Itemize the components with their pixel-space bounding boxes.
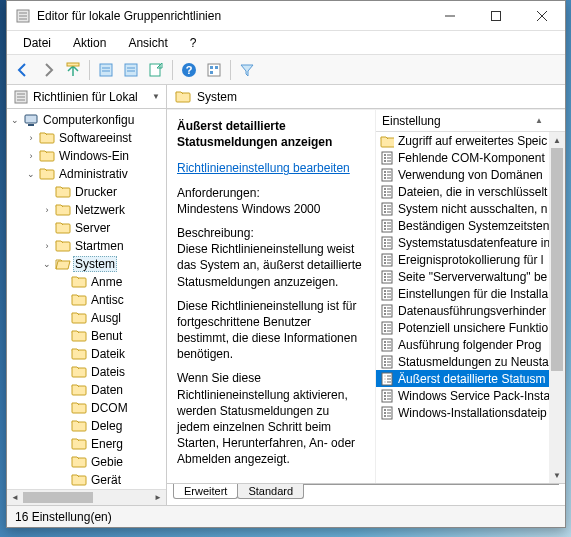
folder-icon: [380, 134, 394, 148]
list-item[interactable]: Windows-Installationsdateip: [376, 404, 549, 421]
expander-icon[interactable]: ⌄: [41, 259, 53, 269]
list-item[interactable]: Systemstatusdatenfeature in: [376, 234, 549, 251]
tree-item[interactable]: Gebie: [89, 455, 125, 469]
maximize-button[interactable]: [473, 1, 519, 30]
list-item[interactable]: Datenausführungsverhinder: [376, 302, 549, 319]
list-item[interactable]: Dateien, die in verschlüsselt: [376, 183, 549, 200]
list-item-label: Statusmeldungen zu Neusta: [398, 355, 549, 369]
list-column-label: Einstellung: [382, 114, 441, 128]
policy-icon: [380, 151, 394, 165]
scroll-left-icon[interactable]: ◄: [7, 490, 23, 505]
list-item[interactable]: Beständigen Systemzeitsten: [376, 217, 549, 234]
up-button[interactable]: [61, 58, 85, 82]
menu-help[interactable]: ?: [180, 34, 207, 52]
folder-icon: [71, 418, 87, 434]
tree-item[interactable]: Gerät: [89, 473, 123, 487]
forward-button[interactable]: [36, 58, 60, 82]
scroll-thumb[interactable]: [23, 492, 93, 503]
tree-header[interactable]: Richtlinien für Lokal ▼: [7, 85, 166, 109]
list-item[interactable]: System nicht ausschalten, n: [376, 200, 549, 217]
scroll-thumb[interactable]: [551, 148, 563, 371]
settings-list[interactable]: Zugriff auf erweitertes SpeicFehlende CO…: [376, 132, 549, 483]
tree-item[interactable]: Startmen: [73, 239, 126, 253]
tree-item[interactable]: Administrativ: [57, 167, 130, 181]
folder-icon: [71, 472, 87, 488]
list-item-label: Äußerst detaillierte Statusm: [398, 372, 545, 386]
properties-button[interactable]: [119, 58, 143, 82]
list-item[interactable]: Einstellungen für die Installa: [376, 285, 549, 302]
tree-item[interactable]: Energ: [89, 437, 125, 451]
tree-item[interactable]: Softwareeinst: [57, 131, 134, 145]
tree-item[interactable]: Anme: [89, 275, 124, 289]
close-button[interactable]: [519, 1, 565, 30]
list-item-label: Datenausführungsverhinder: [398, 304, 546, 318]
list-item-label: Einstellungen für die Installa: [398, 287, 548, 301]
list-item[interactable]: Ereignisprotokollierung für l: [376, 251, 549, 268]
edit-policy-link[interactable]: Richtlinieneinstellung bearbeiten: [177, 161, 350, 175]
expander-icon[interactable]: ⌄: [9, 115, 21, 125]
menu-view[interactable]: Ansicht: [118, 34, 177, 52]
tree-item[interactable]: Netzwerk: [73, 203, 127, 217]
policy-icon: [380, 287, 394, 301]
tab-standard[interactable]: Standard: [237, 484, 304, 499]
tree-item[interactable]: Benut: [89, 329, 124, 343]
list-vscrollbar[interactable]: ▲ ▼: [549, 132, 565, 483]
menu-file[interactable]: Datei: [13, 34, 61, 52]
tree-item[interactable]: Computerkonfigu: [41, 113, 136, 127]
expander-icon[interactable]: ›: [25, 151, 37, 161]
toolbar-sep: [89, 60, 90, 80]
list-item[interactable]: Statusmeldungen zu Neusta: [376, 353, 549, 370]
tree-item[interactable]: Deleg: [89, 419, 124, 433]
tree-item-selected[interactable]: System: [73, 256, 117, 272]
options-button[interactable]: [202, 58, 226, 82]
scroll-up-icon[interactable]: ▲: [549, 132, 565, 148]
folder-icon: [71, 436, 87, 452]
description-panel: Äußerst detaillierte Statusmeldungen anz…: [167, 110, 375, 483]
description-text-1: Diese Richtlinieneinstellung weist das S…: [177, 242, 362, 288]
minimize-button[interactable]: [427, 1, 473, 30]
menu-action[interactable]: Aktion: [63, 34, 116, 52]
list-item[interactable]: Zugriff auf erweitertes Speic: [376, 132, 549, 149]
tree-item[interactable]: Ausgl: [89, 311, 123, 325]
tree-item[interactable]: Drucker: [73, 185, 119, 199]
expander-icon[interactable]: ›: [41, 241, 53, 251]
show-hide-tree-button[interactable]: [94, 58, 118, 82]
tree-item[interactable]: Dateis: [89, 365, 127, 379]
tree-item[interactable]: Daten: [89, 383, 125, 397]
tree-item[interactable]: DCOM: [89, 401, 130, 415]
list-column-header[interactable]: Einstellung ▲: [376, 110, 565, 132]
filter-button[interactable]: [235, 58, 259, 82]
policy-icon: [380, 236, 394, 250]
tab-extended[interactable]: Erweitert: [173, 484, 238, 499]
scroll-right-icon[interactable]: ►: [150, 490, 166, 505]
list-item-label: Ausführung folgender Prog: [398, 338, 541, 352]
list-item-label: Windows Service Pack-Insta: [398, 389, 549, 403]
tree-item[interactable]: Dateik: [89, 347, 127, 361]
tree-item[interactable]: Windows-Ein: [57, 149, 131, 163]
tree-item[interactable]: Server: [73, 221, 112, 235]
scroll-down-icon[interactable]: ▼: [549, 467, 565, 483]
list-item[interactable]: Äußerst detaillierte Statusm: [376, 370, 549, 387]
expander-icon[interactable]: ›: [25, 133, 37, 143]
list-item-label: Potenziell unsichere Funktio: [398, 321, 548, 335]
tree-hscrollbar[interactable]: ◄ ►: [7, 489, 166, 505]
export-button[interactable]: [144, 58, 168, 82]
policy-icon: [380, 321, 394, 335]
expander-icon[interactable]: ›: [41, 205, 53, 215]
help-button[interactable]: [177, 58, 201, 82]
back-button[interactable]: [11, 58, 35, 82]
view-tabs: Erweitert Standard: [167, 483, 565, 505]
tree[interactable]: ⌄Computerkonfigu ›Softwareeinst ›Windows…: [7, 109, 166, 489]
titlebar[interactable]: Editor für lokale Gruppenrichtlinien: [7, 1, 565, 31]
content: Richtlinien für Lokal ▼ ⌄Computerkonfigu…: [7, 85, 565, 505]
list-item[interactable]: Seite "Serververwaltung" be: [376, 268, 549, 285]
gpedit-window: Editor für lokale Gruppenrichtlinien Dat…: [6, 0, 566, 528]
list-item[interactable]: Ausführung folgender Prog: [376, 336, 549, 353]
svg-rect-26: [492, 11, 501, 20]
list-item[interactable]: Potenziell unsichere Funktio: [376, 319, 549, 336]
tree-item[interactable]: Antisc: [89, 293, 126, 307]
list-item[interactable]: Windows Service Pack-Insta: [376, 387, 549, 404]
list-item[interactable]: Verwendung von Domänen: [376, 166, 549, 183]
list-item[interactable]: Fehlende COM-Komponent: [376, 149, 549, 166]
expander-icon[interactable]: ⌄: [25, 169, 37, 179]
